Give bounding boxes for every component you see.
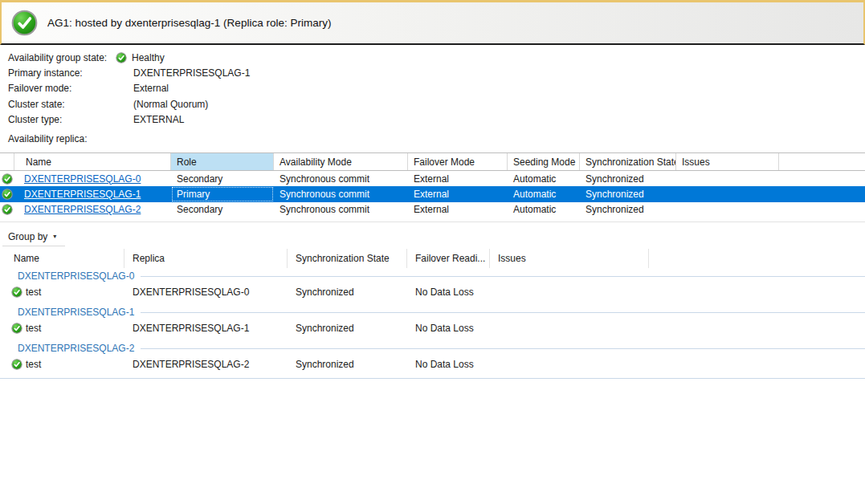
replica-synchronization-state: Synchronized — [580, 186, 676, 201]
detail-label: Cluster type: — [8, 114, 116, 125]
replica-issues — [676, 171, 779, 186]
database-replica: DXENTERPRISESQLAG-2 — [124, 355, 288, 373]
detail-value: EXTERNAL — [133, 114, 184, 125]
ag-dashboard: AG1: hosted by dxenterprisesqlag-1 (Repl… — [0, 0, 865, 504]
column-header-failover-mode[interactable]: Failover Mode — [408, 153, 508, 170]
chevron-down-icon: ▾ — [53, 233, 56, 240]
detail-label: Primary instance: — [8, 67, 116, 79]
column-header-replica[interactable]: Replica — [124, 249, 288, 268]
replica-row-1-selected[interactable]: DXENTERPRISESQLAG-1 Primary Synchronous … — [0, 186, 865, 201]
detail-label: Cluster state: — [8, 99, 116, 110]
detail-value: Healthy — [132, 52, 165, 63]
detail-row-cluster-type: Cluster type: EXTERNAL — [8, 112, 250, 127]
column-header-name[interactable]: Name — [0, 249, 124, 268]
healthy-check-icon — [2, 189, 13, 200]
detail-row-cluster-state: Cluster state: (Normal Quorum) — [8, 96, 250, 112]
detail-row-group-state: Availability group state: Healthy — [8, 50, 250, 65]
healthy-status-icon — [11, 10, 38, 36]
replica-failover-mode: External — [408, 186, 508, 201]
group-rule — [141, 312, 865, 313]
replica-row-0[interactable]: DXENTERPRISESQLAG-0 Secondary Synchronou… — [0, 171, 865, 186]
replica-row-2[interactable]: DXENTERPRISESQLAG-2 Secondary Synchronou… — [0, 202, 865, 217]
column-header-role[interactable]: Role — [171, 153, 274, 170]
column-header-synchronization-state[interactable]: Synchronization State — [580, 153, 676, 170]
replica-issues — [676, 202, 779, 217]
replica-availability-mode: Synchronous commit — [274, 202, 408, 217]
database-row[interactable]: test DXENTERPRISESQLAG-1 Synchronized No… — [0, 319, 865, 337]
replica-role: Secondary — [171, 171, 274, 186]
replica-table-bottom-divider — [0, 222, 865, 222]
group-rule — [141, 276, 865, 277]
database-name: test — [26, 323, 41, 334]
group-name: DXENTERPRISESQLAG-1 — [18, 307, 134, 318]
database-failover-readiness: No Data Loss — [407, 282, 490, 301]
replica-name-link[interactable]: DXENTERPRISESQLAG-0 — [24, 173, 141, 185]
detail-row-primary-instance: Primary instance: DXENTERPRISESQLAG-1 — [8, 65, 250, 80]
healthy-check-icon — [2, 204, 13, 215]
column-header-failover-readiness[interactable]: Failover Readi... — [407, 249, 490, 268]
detail-value: (Normal Quorum) — [133, 99, 208, 110]
replica-name-link[interactable]: DXENTERPRISESQLAG-2 — [24, 204, 141, 215]
group-header-2[interactable]: DXENTERPRISESQLAG-2 — [0, 342, 865, 355]
healthy-check-icon — [116, 52, 127, 63]
healthy-check-icon — [2, 173, 13, 185]
detail-value: External — [133, 83, 169, 94]
replica-seeding-mode: Automatic — [508, 202, 580, 217]
database-synchronization-state: Synchronized — [288, 355, 407, 373]
column-header-seeding-mode[interactable]: Seeding Mode — [508, 153, 580, 170]
group-header-1[interactable]: DXENTERPRISESQLAG-1 — [0, 306, 865, 319]
detail-value: DXENTERPRISESQLAG-1 — [133, 67, 250, 79]
database-name: test — [26, 287, 41, 298]
detail-label: Availability group state: — [8, 52, 116, 63]
column-header-empty — [779, 153, 865, 170]
page-title: AG1: hosted by dxenterprisesqlag-1 (Repl… — [47, 17, 331, 29]
healthy-check-icon — [11, 359, 22, 370]
group-name: DXENTERPRISESQLAG-2 — [18, 343, 134, 354]
column-header-issues[interactable]: Issues — [676, 153, 779, 170]
column-header-issues[interactable]: Issues — [490, 249, 649, 268]
replica-role: Secondary — [171, 202, 274, 217]
replica-synchronization-state: Synchronized — [580, 171, 676, 186]
replica-failover-mode: External — [408, 171, 508, 186]
dashboard-header: AG1: hosted by dxenterprisesqlag-1 (Repl… — [0, 0, 865, 45]
database-replica: DXENTERPRISESQLAG-1 — [124, 319, 288, 337]
replica-name-link[interactable]: DXENTERPRISESQLAG-1 — [24, 189, 141, 200]
column-header-synchronization-state[interactable]: Synchronization State — [288, 249, 407, 268]
replica-table-header: Name Role Availability Mode Failover Mod… — [0, 152, 865, 171]
column-header-availability-mode[interactable]: Availability Mode — [274, 153, 408, 170]
replica-availability-mode: Synchronous commit — [274, 186, 408, 201]
availability-replica-table: Name Role Availability Mode Failover Mod… — [0, 152, 865, 217]
database-issues — [490, 319, 649, 337]
group-header-0[interactable]: DXENTERPRISESQLAG-0 — [0, 270, 865, 282]
database-issues — [490, 355, 649, 373]
replica-issues — [676, 186, 779, 201]
replica-availability-mode: Synchronous commit — [274, 171, 408, 186]
database-synchronization-state: Synchronized — [288, 319, 407, 337]
group-by-dropdown[interactable]: Group by ▾ — [2, 227, 65, 246]
replica-seeding-mode: Automatic — [508, 171, 580, 186]
column-header-name[interactable]: Name — [14, 153, 171, 170]
availability-replica-label: Availability replica: — [8, 133, 88, 144]
databases-table: Name Replica Synchronization State Failo… — [0, 249, 865, 379]
replica-synchronization-state: Synchronized — [580, 202, 676, 217]
replica-seeding-mode: Automatic — [508, 186, 580, 201]
databases-table-end-rule — [0, 378, 865, 379]
database-synchronization-state: Synchronized — [288, 282, 407, 301]
database-row[interactable]: test DXENTERPRISESQLAG-2 Synchronized No… — [0, 355, 865, 373]
healthy-check-icon — [11, 287, 22, 298]
group-by-label: Group by — [8, 231, 47, 242]
replica-failover-mode: External — [408, 202, 508, 217]
group-name: DXENTERPRISESQLAG-0 — [18, 270, 134, 282]
detail-label: Failover mode: — [8, 83, 116, 94]
ag-details-panel: Availability group state: Healthy Primar… — [8, 50, 250, 127]
detail-row-failover-mode: Failover mode: External — [8, 81, 250, 96]
group-rule — [141, 348, 865, 349]
database-name: test — [26, 359, 41, 370]
column-header-icon — [0, 153, 14, 170]
replica-role: Primary — [171, 186, 274, 201]
database-replica: DXENTERPRISESQLAG-0 — [124, 282, 288, 301]
database-row[interactable]: test DXENTERPRISESQLAG-0 Synchronized No… — [0, 282, 865, 301]
databases-table-header: Name Replica Synchronization State Failo… — [0, 249, 865, 268]
healthy-check-icon — [11, 323, 22, 334]
database-failover-readiness: No Data Loss — [407, 355, 490, 373]
